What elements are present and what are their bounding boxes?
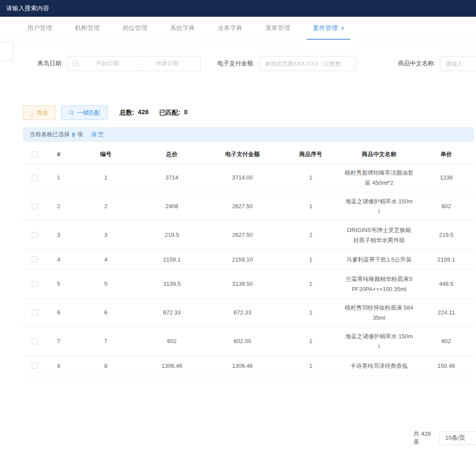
table-row: 2224082627.501海蓝之谜修护精萃水 150ml602 <box>23 192 474 221</box>
cell-code: 5 <box>71 269 141 298</box>
cell-total: 602 <box>141 327 203 355</box>
epay-amount-input[interactable] <box>259 56 356 71</box>
cell-name: 卡诗菁纯亮泽经典香氛 <box>339 355 419 376</box>
cell-code: 4 <box>71 249 141 269</box>
close-icon[interactable]: × <box>341 25 344 31</box>
row-checkbox[interactable] <box>32 363 38 369</box>
row-checkbox[interactable] <box>32 310 38 316</box>
date-range-picker[interactable]: 开始日期 - 结束日期 <box>67 56 201 71</box>
tab-7[interactable]: 案件管理× <box>313 17 344 40</box>
cell-index: 3 <box>47 221 71 249</box>
cell-unit: 150.46 <box>419 355 474 376</box>
cell-name: 海蓝之谜修护精萃水 150ml <box>339 327 419 355</box>
tab-1[interactable]: 用户管理 <box>27 17 52 40</box>
cell-name: 兰蔻菁纯臻颜精华粉底液SPF20PA+++100 35ml <box>339 269 419 298</box>
cell-epay: 2627.50 <box>203 221 282 249</box>
cell-seq: 1 <box>282 163 339 192</box>
cell-epay: 2627.50 <box>203 192 282 221</box>
cell-total: 2159.1 <box>141 249 203 269</box>
cell-seq: 1 <box>282 192 339 221</box>
one-click-match-button[interactable]: 一键匹配 <box>61 105 108 120</box>
column-header: 电子支付金额 <box>203 146 282 163</box>
cell-name: 马爹利蓝带干邑1.5公升装 <box>339 249 419 269</box>
match-button-label: 一键匹配 <box>77 109 100 117</box>
cell-unit: 602 <box>419 192 474 221</box>
cell-seq: 1 <box>282 327 339 355</box>
cell-code: 8 <box>71 355 141 376</box>
cell-seq: 1 <box>282 249 339 269</box>
end-date-input[interactable]: 结束日期 <box>139 60 196 67</box>
cell-epay: 1306.46 <box>203 355 282 376</box>
cell-seq: 1 <box>282 298 339 327</box>
match-stats: 总数: 428 已匹配: 0 <box>119 108 187 117</box>
cell-seq: 1 <box>282 355 339 376</box>
start-date-input[interactable]: 开始日期 <box>79 60 136 67</box>
row-checkbox[interactable] <box>32 256 38 262</box>
table-row: 1137143714.001植村秀新琥珀臻萃洁颜油套装 450ml*21238 <box>23 163 474 192</box>
cell-total: 3139.5 <box>141 269 203 298</box>
global-search-input[interactable]: 请输入搜索内容 <box>6 4 49 12</box>
cell-epay: 672.33 <box>203 298 282 327</box>
cell-code: 7 <box>71 327 141 355</box>
cell-index: 7 <box>47 327 71 355</box>
cell-unit: 2159.1 <box>419 249 474 269</box>
cell-unit: 219.5 <box>419 221 474 249</box>
table-row: 442159.12159.101马爹利蓝带干邑1.5公升装2159.1 <box>23 249 474 269</box>
tab-label: 岗位管理 <box>123 24 147 32</box>
cell-index: 5 <box>47 269 71 298</box>
cell-epay: 3714.00 <box>203 163 282 192</box>
select-all-checkbox[interactable] <box>32 151 38 157</box>
tab-4[interactable]: 系统字典 <box>170 17 195 40</box>
tab-label: 业务字典 <box>218 24 242 32</box>
tab-2[interactable]: 机构管理 <box>75 17 100 40</box>
cell-code: 6 <box>71 298 141 327</box>
cell-index: 4 <box>47 249 71 269</box>
cell-name: ORIGINS韦博士灵芝焕能好底子精华水两件组 <box>339 221 419 249</box>
product-name-input[interactable] <box>440 56 476 71</box>
row-checkbox[interactable] <box>32 203 38 209</box>
tab-bar: 用户管理机构管理岗位管理系统字典业务字典菜单管理案件管理× <box>0 17 476 40</box>
column-header: 单价 <box>419 146 474 163</box>
data-table: #编号总价电子支付金额商品序号商品中文名称单价 1137143714.001植村… <box>23 146 476 399</box>
table-row: 881306.461306.461卡诗菁纯亮泽经典香氛150.46 <box>23 355 474 376</box>
cell-index: 6 <box>47 298 71 327</box>
cell-total: 219.5 <box>141 221 203 249</box>
table-row: 77602602.001海蓝之谜修护精萃水 150ml602 <box>23 327 474 355</box>
column-header: # <box>47 146 71 163</box>
tab-5[interactable]: 业务字典 <box>218 17 242 40</box>
tab-3[interactable]: 岗位管理 <box>123 17 147 40</box>
page-size-select[interactable]: 10条/页 <box>439 431 476 445</box>
row-checkbox[interactable] <box>32 281 38 287</box>
download-icon: ↓ <box>31 110 33 116</box>
column-header: 总价 <box>141 146 203 163</box>
row-checkbox[interactable] <box>32 232 38 238</box>
depart-date-label: 离岛日期: <box>37 60 63 67</box>
cell-name: 植村秀新琥珀臻萃洁颜油套装 450ml*2 <box>339 163 419 192</box>
table-body: 1137143714.001植村秀新琥珀臻萃洁颜油套装 450ml*212382… <box>23 163 474 376</box>
row-checkbox[interactable] <box>32 338 38 344</box>
pagination: 共 428 条 10条/页 <box>413 430 476 446</box>
cell-name: 海蓝之谜修护精萃水 150ml <box>339 192 419 221</box>
row-checkbox[interactable] <box>32 175 38 181</box>
cell-index: 8 <box>47 355 71 376</box>
export-button-label: 导出 <box>37 109 48 117</box>
total-label: 总数: <box>119 108 134 117</box>
clear-selection-link[interactable]: 清空 <box>91 131 105 138</box>
cell-unit: 224.11 <box>419 298 474 327</box>
export-button[interactable]: ↓ 导出 <box>23 105 56 120</box>
cell-epay: 3139.50 <box>203 269 282 298</box>
total-value: 428 <box>138 108 149 117</box>
collapsed-panel-corner[interactable] <box>0 42 13 60</box>
cell-total: 3714 <box>141 163 203 192</box>
filter-epay-amount: 电子支付金额: <box>217 56 356 71</box>
column-header: 编号 <box>71 146 141 163</box>
cell-index: 1 <box>47 163 71 192</box>
cell-seq: 1 <box>282 269 339 298</box>
tab-label: 机构管理 <box>75 24 100 32</box>
tab-6[interactable]: 菜单管理 <box>265 17 290 40</box>
date-range-separator: - <box>136 60 139 67</box>
selection-prefix: 当前表格已选择 <box>30 131 70 138</box>
pagination-total: 共 428 条 <box>413 430 432 446</box>
table-header-row: #编号总价电子支付金额商品序号商品中文名称单价 <box>23 146 474 163</box>
cell-unit: 602 <box>419 327 474 355</box>
